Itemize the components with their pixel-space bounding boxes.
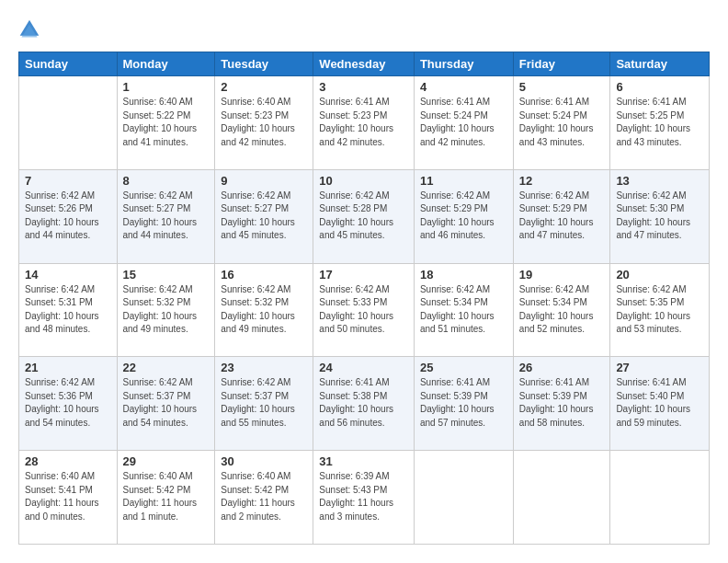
calendar-cell: 9Sunrise: 6:42 AMSunset: 5:27 PMDaylight… (215, 169, 313, 263)
calendar-cell: 31Sunrise: 6:39 AMSunset: 5:43 PMDayligh… (313, 451, 415, 545)
calendar-week-row: 7Sunrise: 6:42 AMSunset: 5:26 PMDaylight… (19, 169, 710, 263)
day-number: 27 (616, 361, 703, 374)
calendar-cell: 18Sunrise: 6:42 AMSunset: 5:34 PMDayligh… (414, 263, 513, 357)
day-info: Sunrise: 6:40 AMSunset: 5:42 PMDaylight:… (221, 470, 307, 523)
calendar-cell: 16Sunrise: 6:42 AMSunset: 5:32 PMDayligh… (215, 263, 313, 357)
day-number: 26 (519, 361, 605, 374)
calendar-cell: 11Sunrise: 6:42 AMSunset: 5:29 PMDayligh… (414, 169, 513, 263)
day-info: Sunrise: 6:42 AMSunset: 5:37 PMDaylight:… (123, 376, 210, 430)
day-number: 19 (519, 268, 605, 282)
day-info: Sunrise: 6:40 AMSunset: 5:42 PMDaylight:… (123, 470, 210, 523)
calendar-cell: 22Sunrise: 6:42 AMSunset: 5:37 PMDayligh… (117, 357, 215, 451)
day-number: 21 (25, 361, 111, 374)
calendar-cell: 8Sunrise: 6:42 AMSunset: 5:27 PMDaylight… (117, 169, 215, 263)
calendar-cell (513, 451, 610, 545)
day-number: 22 (123, 361, 210, 374)
day-number: 6 (616, 80, 703, 94)
day-info: Sunrise: 6:42 AMSunset: 5:36 PMDaylight:… (25, 376, 111, 430)
day-info: Sunrise: 6:41 AMSunset: 5:23 PMDaylight:… (319, 96, 408, 149)
logo (18, 18, 44, 40)
calendar-cell (610, 451, 710, 545)
weekday-header: Wednesday (313, 52, 415, 76)
day-info: Sunrise: 6:42 AMSunset: 5:28 PMDaylight:… (319, 190, 408, 243)
calendar-cell: 2Sunrise: 6:40 AMSunset: 5:23 PMDaylight… (215, 76, 313, 170)
calendar-cell: 14Sunrise: 6:42 AMSunset: 5:31 PMDayligh… (19, 263, 118, 357)
calendar-cell: 4Sunrise: 6:41 AMSunset: 5:24 PMDaylight… (414, 76, 513, 170)
calendar-cell: 5Sunrise: 6:41 AMSunset: 5:24 PMDaylight… (513, 76, 610, 170)
day-info: Sunrise: 6:42 AMSunset: 5:31 PMDaylight:… (25, 283, 111, 337)
calendar-cell: 17Sunrise: 6:42 AMSunset: 5:33 PMDayligh… (313, 263, 415, 357)
day-number: 9 (221, 174, 307, 188)
calendar-cell: 27Sunrise: 6:41 AMSunset: 5:40 PMDayligh… (610, 357, 710, 451)
calendar-cell: 19Sunrise: 6:42 AMSunset: 5:34 PMDayligh… (513, 263, 610, 357)
day-info: Sunrise: 6:42 AMSunset: 5:34 PMDaylight:… (420, 283, 507, 337)
calendar-week-row: 21Sunrise: 6:42 AMSunset: 5:36 PMDayligh… (19, 357, 710, 451)
day-info: Sunrise: 6:42 AMSunset: 5:26 PMDaylight:… (25, 190, 111, 243)
day-info: Sunrise: 6:42 AMSunset: 5:37 PMDaylight:… (221, 376, 307, 430)
weekday-header: Friday (513, 52, 610, 76)
day-info: Sunrise: 6:41 AMSunset: 5:39 PMDaylight:… (519, 376, 605, 430)
day-number: 16 (221, 268, 307, 282)
day-number: 28 (25, 454, 111, 468)
calendar-cell (414, 451, 513, 545)
day-info: Sunrise: 6:41 AMSunset: 5:24 PMDaylight:… (519, 96, 605, 149)
day-number: 31 (319, 454, 408, 468)
calendar-week-row: 28Sunrise: 6:40 AMSunset: 5:41 PMDayligh… (19, 451, 710, 545)
day-number: 14 (25, 268, 111, 282)
day-number: 13 (616, 174, 703, 188)
calendar-cell (19, 76, 118, 170)
day-info: Sunrise: 6:42 AMSunset: 5:35 PMDaylight:… (616, 283, 703, 337)
day-info: Sunrise: 6:41 AMSunset: 5:38 PMDaylight:… (319, 376, 408, 430)
calendar-cell: 13Sunrise: 6:42 AMSunset: 5:30 PMDayligh… (610, 169, 710, 263)
calendar-cell: 23Sunrise: 6:42 AMSunset: 5:37 PMDayligh… (215, 357, 313, 451)
calendar-cell: 12Sunrise: 6:42 AMSunset: 5:29 PMDayligh… (513, 169, 610, 263)
weekday-header: Saturday (610, 52, 710, 76)
day-number: 11 (420, 174, 507, 188)
calendar-cell: 6Sunrise: 6:41 AMSunset: 5:25 PMDaylight… (610, 76, 710, 170)
calendar-week-row: 1Sunrise: 6:40 AMSunset: 5:22 PMDaylight… (19, 76, 710, 170)
header (18, 18, 710, 40)
calendar-cell: 7Sunrise: 6:42 AMSunset: 5:26 PMDaylight… (19, 169, 118, 263)
day-number: 1 (123, 80, 210, 94)
calendar-page: SundayMondayTuesdayWednesdayThursdayFrid… (0, 0, 728, 563)
weekday-header: Thursday (414, 52, 513, 76)
logo-icon (18, 18, 40, 40)
calendar-cell: 1Sunrise: 6:40 AMSunset: 5:22 PMDaylight… (117, 76, 215, 170)
day-number: 18 (420, 268, 507, 282)
day-info: Sunrise: 6:42 AMSunset: 5:29 PMDaylight:… (420, 190, 507, 243)
calendar-cell: 21Sunrise: 6:42 AMSunset: 5:36 PMDayligh… (19, 357, 118, 451)
day-number: 17 (319, 268, 408, 282)
day-info: Sunrise: 6:42 AMSunset: 5:32 PMDaylight:… (123, 283, 210, 337)
day-info: Sunrise: 6:42 AMSunset: 5:34 PMDaylight:… (519, 283, 605, 337)
day-number: 20 (616, 268, 703, 282)
calendar-cell: 3Sunrise: 6:41 AMSunset: 5:23 PMDaylight… (313, 76, 415, 170)
calendar-cell: 24Sunrise: 6:41 AMSunset: 5:38 PMDayligh… (313, 357, 415, 451)
day-info: Sunrise: 6:40 AMSunset: 5:41 PMDaylight:… (25, 470, 111, 523)
day-number: 4 (420, 80, 507, 94)
weekday-header: Monday (117, 52, 215, 76)
day-number: 24 (319, 361, 408, 374)
day-info: Sunrise: 6:42 AMSunset: 5:33 PMDaylight:… (319, 283, 408, 337)
calendar-cell: 15Sunrise: 6:42 AMSunset: 5:32 PMDayligh… (117, 263, 215, 357)
calendar-table: SundayMondayTuesdayWednesdayThursdayFrid… (18, 52, 710, 545)
day-number: 5 (519, 80, 605, 94)
day-number: 10 (319, 174, 408, 188)
day-number: 7 (25, 174, 111, 188)
day-info: Sunrise: 6:42 AMSunset: 5:29 PMDaylight:… (519, 190, 605, 243)
day-number: 23 (221, 361, 307, 374)
day-info: Sunrise: 6:42 AMSunset: 5:27 PMDaylight:… (221, 190, 307, 243)
day-info: Sunrise: 6:40 AMSunset: 5:23 PMDaylight:… (221, 96, 307, 149)
day-number: 15 (123, 268, 210, 282)
day-number: 3 (319, 80, 408, 94)
day-number: 25 (420, 361, 507, 374)
calendar-cell: 10Sunrise: 6:42 AMSunset: 5:28 PMDayligh… (313, 169, 415, 263)
calendar-cell: 25Sunrise: 6:41 AMSunset: 5:39 PMDayligh… (414, 357, 513, 451)
day-info: Sunrise: 6:39 AMSunset: 5:43 PMDaylight:… (319, 470, 408, 523)
day-info: Sunrise: 6:42 AMSunset: 5:30 PMDaylight:… (616, 190, 703, 243)
weekday-header: Tuesday (215, 52, 313, 76)
day-number: 30 (221, 454, 307, 468)
calendar-week-row: 14Sunrise: 6:42 AMSunset: 5:31 PMDayligh… (19, 263, 710, 357)
calendar-cell: 20Sunrise: 6:42 AMSunset: 5:35 PMDayligh… (610, 263, 710, 357)
day-info: Sunrise: 6:41 AMSunset: 5:40 PMDaylight:… (616, 376, 703, 430)
day-info: Sunrise: 6:41 AMSunset: 5:39 PMDaylight:… (420, 376, 507, 430)
